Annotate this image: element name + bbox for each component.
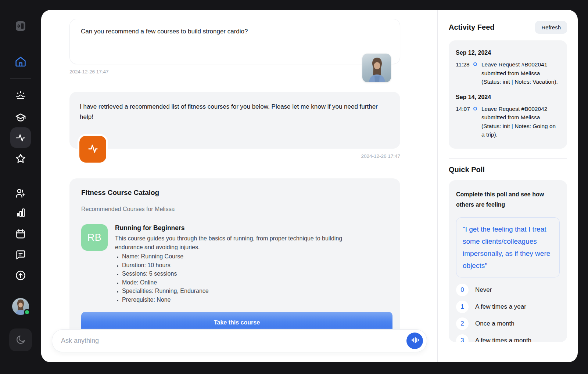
user-avatar xyxy=(362,54,391,82)
sidebar-item-favorites[interactable] xyxy=(15,153,26,164)
activity-feed-header: Activity Feed Refresh xyxy=(449,21,567,34)
online-status-dot xyxy=(24,309,30,315)
assistant-app-badge xyxy=(79,136,106,163)
assistant-message-group: I have retrieved a recommended list of f… xyxy=(69,92,400,159)
feed-entry-time: 14:07 xyxy=(456,105,473,139)
feed-entry-dot-icon xyxy=(473,107,477,110)
sidebar-user-avatar[interactable] xyxy=(12,298,29,315)
feed-date: Sep 14, 2024 xyxy=(456,94,560,101)
quick-poll-card: Complete this poll and see how others ar… xyxy=(449,180,567,342)
feed-entry-time: 11:28 xyxy=(456,60,473,86)
user-message-group: Can you recommend a few courses to build… xyxy=(69,19,400,75)
catalog-title: Fitness Course Catalog xyxy=(81,189,388,197)
sidebar-item-messages[interactable] xyxy=(15,249,26,260)
sidebar xyxy=(0,0,41,374)
right-panel: Activity Feed Refresh Sep 12, 2024 11:28… xyxy=(437,10,578,362)
course-detail: Mode: Online xyxy=(122,278,369,287)
sidebar-item-courses[interactable] xyxy=(15,112,26,123)
chat-area: Can you recommend a few courses to build… xyxy=(41,10,437,362)
feed-entry-text: Leave Request #B002041 submitted from Me… xyxy=(481,60,560,86)
course-detail: Duration: 10 hours xyxy=(122,261,369,270)
course-detail: Name: Running Course xyxy=(122,252,369,261)
sidebar-item-add-user[interactable] xyxy=(15,188,26,199)
feed-entry: 14:07 Leave Request #B002042 submitted f… xyxy=(456,105,560,139)
activity-pulse-icon xyxy=(87,142,99,156)
user-message-timestamp: 2024-12-26 17:47 xyxy=(69,69,400,75)
activity-feed-card: Sep 12, 2024 11:28 Leave Request #B00204… xyxy=(449,40,567,149)
upload-circle-icon xyxy=(15,270,26,281)
sidebar-item-upload[interactable] xyxy=(15,270,26,281)
quick-poll-title: Quick Poll xyxy=(449,166,567,174)
course-initials-badge: RB xyxy=(81,224,108,251)
fitness-course-catalog-card: Fitness Course Catalog Recommended Cours… xyxy=(69,178,400,344)
sidebar-item-calendar[interactable] xyxy=(15,228,26,239)
moon-icon xyxy=(15,334,26,345)
poll-option-never[interactable]: 0 Never xyxy=(456,284,560,296)
poll-option-few-times-month[interactable]: 3 A few times a month xyxy=(456,334,560,342)
chat-input-bar xyxy=(52,329,427,352)
course-detail: Prerequisite: None xyxy=(122,295,369,304)
message-list: Can you recommend a few courses to build… xyxy=(41,10,437,344)
feed-entry: 11:28 Leave Request #B002041 submitted f… xyxy=(456,60,560,86)
poll-prompt: Complete this poll and see how others ar… xyxy=(456,189,560,210)
user-message-text: Can you recommend a few courses to build… xyxy=(81,28,389,35)
app-root: Can you recommend a few courses to build… xyxy=(0,0,588,374)
course-item: RB Running for Beginners This course gui… xyxy=(81,224,388,304)
poll-option-label: Once a month xyxy=(475,320,514,327)
poll-option-value: 1 xyxy=(456,301,469,313)
catalog-subtitle: Recommended Courses for Melissa xyxy=(81,206,388,213)
chat-bubble-icon xyxy=(15,249,26,260)
panel-divider xyxy=(449,158,567,159)
course-detail: Specialities: Running, Endurance xyxy=(122,287,369,295)
poll-option-once-month[interactable]: 2 Once a month xyxy=(456,317,560,330)
sidebar-item-wellness[interactable] xyxy=(15,90,26,101)
activity-pulse-icon xyxy=(15,132,26,143)
poll-option-value: 0 xyxy=(456,284,469,296)
feed-entry-dot-icon xyxy=(473,62,477,66)
user-message-bubble: Can you recommend a few courses to build… xyxy=(69,19,400,64)
bar-chart-icon xyxy=(15,207,26,218)
main-card: Can you recommend a few courses to build… xyxy=(41,10,578,362)
home-icon xyxy=(15,55,27,68)
poll-question: "I get the feeling that I treat some cli… xyxy=(456,217,560,277)
feed-group: Sep 12, 2024 11:28 Leave Request #B00204… xyxy=(456,50,560,86)
refresh-button[interactable]: Refresh xyxy=(535,21,567,34)
graduation-cap-icon xyxy=(15,112,26,123)
poll-option-few-times-year[interactable]: 1 A few times a year xyxy=(456,301,560,313)
course-info: Running for Beginners This course guides… xyxy=(115,224,369,304)
poll-option-label: Never xyxy=(475,286,492,294)
course-name: Running for Beginners xyxy=(115,224,369,232)
poll-option-label: A few times a year xyxy=(475,303,526,311)
sunrise-icon xyxy=(15,90,26,101)
calendar-icon xyxy=(15,228,26,239)
sidebar-item-home[interactable] xyxy=(15,55,27,68)
assistant-message-text: I have retrieved a recommended list of f… xyxy=(80,102,388,122)
sidebar-collapse-icon xyxy=(15,20,26,32)
sidebar-item-analytics[interactable] xyxy=(15,207,26,218)
sidebar-item-activity-active[interactable] xyxy=(10,127,31,148)
sidebar-toggle-button[interactable] xyxy=(14,20,27,32)
poll-option-value: 3 xyxy=(456,334,469,342)
poll-option-value: 2 xyxy=(456,317,469,330)
activity-feed-title: Activity Feed xyxy=(449,23,494,32)
course-description: This course guides you through the basic… xyxy=(115,234,369,251)
course-detail: Sessions: 5 sessions xyxy=(122,269,369,278)
assistant-message-bubble: I have retrieved a recommended list of f… xyxy=(69,92,400,149)
waveform-icon xyxy=(410,336,419,346)
feed-entry-text: Leave Request #B002042 submitted from Me… xyxy=(481,105,560,139)
star-icon xyxy=(15,153,26,164)
dark-mode-toggle[interactable] xyxy=(9,328,32,351)
sidebar-divider-top xyxy=(10,78,31,79)
assistant-message-timestamp: 2024-12-26 17:47 xyxy=(69,153,400,159)
feed-group: Sep 14, 2024 14:07 Leave Request #B00204… xyxy=(456,94,560,139)
voice-input-button[interactable] xyxy=(406,333,423,349)
feed-date: Sep 12, 2024 xyxy=(456,50,560,56)
poll-option-label: A few times a month xyxy=(475,337,531,342)
poll-options: 0 Never 1 A few times a year 2 Once a mo… xyxy=(456,284,560,342)
sidebar-divider-bottom xyxy=(10,179,31,179)
chat-input[interactable] xyxy=(61,337,406,345)
course-detail-list: Name: Running Course Duration: 10 hours … xyxy=(122,252,369,304)
user-plus-icon xyxy=(15,188,26,199)
